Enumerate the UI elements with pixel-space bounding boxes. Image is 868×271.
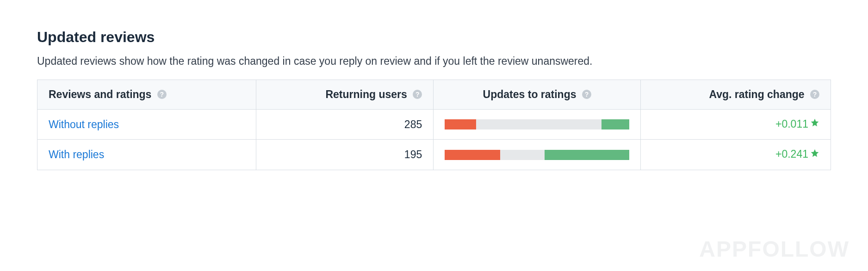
cell-updates-bar xyxy=(434,140,641,170)
bar-positive xyxy=(601,119,629,129)
cell-returning-users: 195 xyxy=(256,140,433,170)
help-icon[interactable]: ? xyxy=(157,90,167,99)
cell-avg-change: +0.241 xyxy=(641,140,831,170)
col-header-users: Returning users ? xyxy=(256,80,433,110)
col-header-reviews: Reviews and ratings ? xyxy=(37,80,256,110)
table-row: Without replies285+0.011 xyxy=(37,110,831,140)
rating-change-bar xyxy=(445,150,629,160)
help-icon[interactable]: ? xyxy=(582,90,591,99)
col-header-change-label: Avg. rating change xyxy=(709,88,804,100)
bar-negative xyxy=(445,119,476,129)
table-row: With replies195+0.241 xyxy=(37,140,831,170)
section-title: Updated reviews xyxy=(37,29,831,46)
bar-negative xyxy=(445,150,500,160)
cell-returning-users: 285 xyxy=(256,110,433,140)
col-header-updates-label: Updates to ratings xyxy=(483,88,577,100)
updated-reviews-table: Reviews and ratings ? Returning users ? … xyxy=(37,80,831,170)
bar-positive xyxy=(545,150,630,160)
rating-change-bar xyxy=(445,119,629,129)
help-icon[interactable]: ? xyxy=(413,90,422,99)
avg-change-value: +0.011 xyxy=(775,118,808,130)
star-icon xyxy=(810,148,819,160)
row-link[interactable]: With replies xyxy=(49,148,104,160)
star-icon xyxy=(810,117,819,130)
cell-avg-change: +0.011 xyxy=(641,110,831,140)
watermark: APPFOLLOW xyxy=(699,236,849,262)
col-header-updates: Updates to ratings ? xyxy=(434,80,641,110)
avg-change-value: +0.241 xyxy=(775,148,808,160)
col-header-change: Avg. rating change ? xyxy=(641,80,831,110)
cell-reviews: With replies xyxy=(37,140,256,170)
col-header-reviews-label: Reviews and ratings xyxy=(49,88,151,100)
cell-reviews: Without replies xyxy=(37,110,256,140)
help-icon[interactable]: ? xyxy=(810,90,819,99)
cell-updates-bar xyxy=(434,110,641,140)
col-header-users-label: Returning users xyxy=(325,88,407,100)
section-description: Updated reviews show how the rating was … xyxy=(37,55,831,68)
row-link[interactable]: Without replies xyxy=(49,118,119,130)
